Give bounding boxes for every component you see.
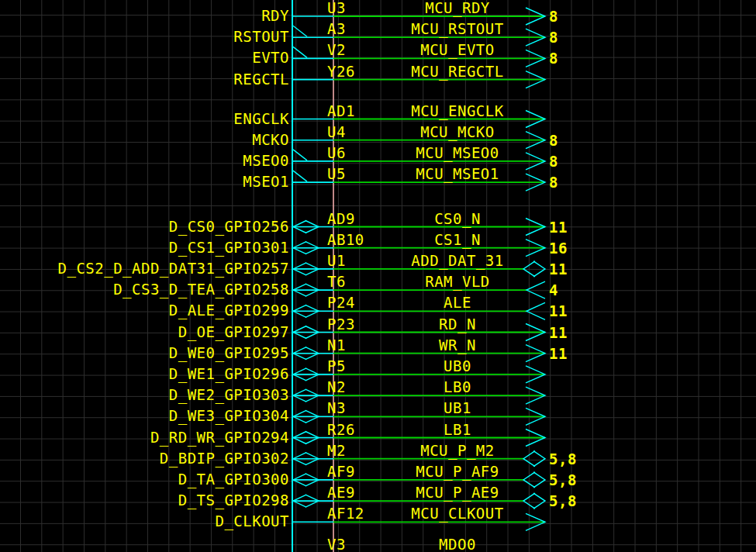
pin-arrow-icon [293, 171, 307, 181]
pin-name-label[interactable]: D_CS3_D_TEA_GPIO258 [0, 281, 289, 298]
pin-name-label[interactable]: D_BDIP_GPIO302 [0, 450, 289, 467]
page-ref-label[interactable]: 8 [549, 29, 595, 46]
page-ref-label[interactable]: 11 [549, 302, 595, 319]
net-name-label[interactable]: MCU_P_M2 [368, 442, 547, 459]
net-name-label[interactable]: ADD_DAT_31 [368, 252, 547, 269]
pin-name-label[interactable]: RDY [0, 7, 289, 24]
net-name-label[interactable]: RAM_VLD [368, 273, 547, 290]
pin-name-label[interactable]: D_OE_GPIO297 [0, 323, 289, 340]
net-name-label[interactable]: WR_N [368, 336, 547, 354]
pin-arrow-icon [293, 47, 307, 57]
net-name-label[interactable]: MCU_P_AF9 [368, 463, 547, 480]
net-name-label[interactable]: CS0_N [368, 210, 547, 227]
net-name-label[interactable]: MCU_CLKOUT [368, 505, 547, 522]
page-ref-label[interactable]: 16 [549, 240, 595, 257]
page-ref-label[interactable]: 8 [549, 153, 595, 170]
pin-name-label[interactable]: D_TA_GPIO300 [0, 471, 289, 488]
page-ref-label[interactable]: 11 [549, 345, 595, 362]
net-name-label[interactable]: MCU_RDY [368, 0, 547, 16]
page-ref-label[interactable]: 5,8 [549, 471, 595, 488]
page-ref-label[interactable]: 5,8 [549, 450, 595, 467]
net-name-label[interactable]: CS1_N [368, 231, 547, 248]
page-ref-label[interactable]: 8 [549, 174, 595, 191]
net-name-label[interactable]: MCU_P_AE9 [368, 484, 547, 501]
page-ref-label[interactable]: 8 [549, 50, 595, 67]
net-name-label[interactable]: RD_N [368, 316, 547, 333]
pin-name-label[interactable]: D_WE3_GPIO304 [0, 407, 289, 424]
net-name-label[interactable]: MCU_RSTOUT [368, 20, 547, 37]
pin-name-label[interactable]: D_ALE_GPIO299 [0, 302, 289, 319]
pin-name-label[interactable]: EVTO [0, 49, 289, 66]
net-name-label[interactable]: UB0 [368, 357, 547, 374]
pin-name-label[interactable]: D_CLKOUT [0, 512, 289, 530]
pin-name-label[interactable]: D_WE2_GPIO303 [0, 386, 289, 403]
pin-name-label[interactable]: ENGCLK [0, 110, 289, 127]
page-ref-label[interactable]: 11 [549, 260, 595, 278]
net-name-label[interactable]: LB1 [368, 421, 547, 438]
pin-name-label[interactable]: RSTOUT [0, 28, 289, 45]
pin-arrow-icon [293, 26, 307, 36]
net-name-label[interactable]: LB0 [368, 378, 547, 395]
net-name-label[interactable]: MCU_MSEO1 [368, 165, 547, 182]
pin-name-label[interactable]: D_TS_GPIO298 [0, 492, 289, 509]
pin-name-label[interactable]: MCKO [0, 131, 289, 148]
pin-name-label[interactable]: D_WE1_GPIO296 [0, 365, 289, 382]
net-name-label[interactable]: MCU_MSEO0 [368, 144, 547, 161]
net-name-label[interactable]: MCU_ENGCLK [368, 102, 547, 119]
pin-name-label[interactable]: MSEO0 [0, 152, 289, 169]
net-name-label[interactable]: UB1 [368, 399, 547, 416]
page-ref-label[interactable]: 4 [549, 281, 595, 298]
pin-name-label[interactable]: D_RD_WR_GPIO294 [0, 429, 289, 446]
page-ref-label[interactable]: 11 [549, 219, 595, 236]
page-ref-label[interactable]: 8 [549, 132, 595, 149]
pin-name-label[interactable]: D_CS1_GPIO301 [0, 239, 289, 256]
page-ref-label[interactable]: 8 [549, 8, 595, 25]
net-name-label[interactable]: MDO0 [368, 536, 547, 552]
pin-name-label[interactable]: REGCTL [0, 71, 289, 88]
net-name-label[interactable]: MCU_REGCTL [368, 63, 547, 80]
schematic-canvas[interactable]: RDYU3MCU_RDY8RSTOUTA3MCU_RSTOUT8EVTOV2MC… [0, 0, 756, 552]
pin-arrow-icon [293, 150, 307, 160]
pin-name-label[interactable]: D_CS2_D_ADD_DAT31_GPIO257 [0, 260, 289, 277]
pin-name-label[interactable]: MSEO1 [0, 173, 289, 190]
net-name-label[interactable]: MCU_EVTO [368, 41, 547, 58]
page-ref-label[interactable]: 5,8 [549, 492, 595, 509]
net-name-label[interactable]: MCU_MCKO [368, 123, 547, 140]
pin-name-label[interactable]: D_CS0_GPIO256 [0, 218, 289, 235]
net-name-label[interactable]: ALE [368, 294, 547, 311]
page-ref-label[interactable]: 11 [549, 324, 595, 341]
pin-name-label[interactable]: D_WE0_GPIO295 [0, 344, 289, 361]
